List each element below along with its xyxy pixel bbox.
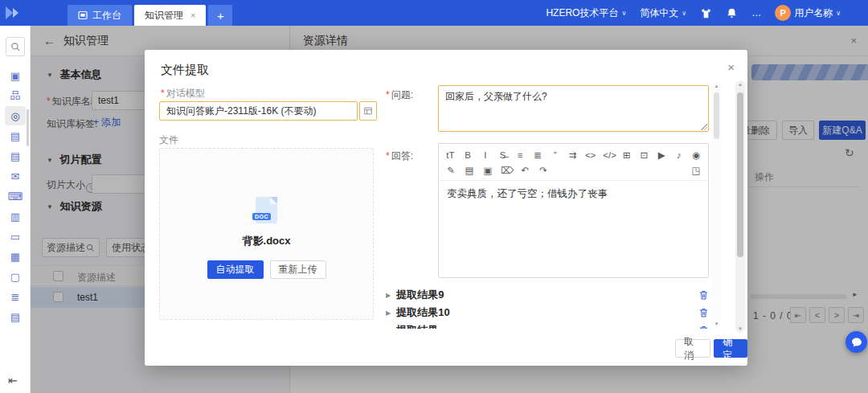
image-icon[interactable]: ⊡	[639, 149, 649, 161]
doc-file-icon: DOC	[256, 197, 277, 223]
lov-lookup-button[interactable]	[359, 101, 377, 121]
user-menu[interactable]: P 用户名称 ∨	[775, 5, 841, 21]
mail-icon[interactable]: ✉	[5, 166, 26, 186]
clipped-icon[interactable]: ▤	[5, 307, 26, 326]
quote-icon[interactable]: ”	[550, 150, 560, 160]
search-icon	[10, 42, 21, 52]
auto-extract-button[interactable]: 自动提取	[207, 260, 264, 279]
export-icon[interactable]: ▤	[464, 165, 475, 176]
audio-icon[interactable]: ♪	[674, 150, 685, 160]
confirm-button[interactable]: 确定	[714, 339, 747, 358]
extraction-result-row[interactable]: ▶ 提取结果9	[386, 286, 709, 304]
extraction-result-label: 提取结果10	[396, 305, 449, 320]
chevron-down-icon: ∨	[621, 10, 626, 17]
required-asterisk: *	[161, 88, 165, 99]
copy-windows-icon[interactable]: ▥	[5, 207, 26, 226]
file-extraction-modal: 文件提取 × *对话模型 知识问答账户-2311版-16K (不要动) 文件 D…	[145, 50, 747, 366]
assistant-float-button[interactable]	[845, 331, 867, 353]
file-name: 背影.docx	[160, 234, 373, 248]
table-icon[interactable]: ⊞	[621, 149, 632, 161]
platform-switcher[interactable]: HZERO技术平台 ∨	[546, 6, 626, 20]
preview-icon[interactable]: ◉	[691, 149, 702, 161]
close-icon[interactable]: ×	[727, 60, 735, 74]
italic-icon[interactable]: I	[480, 150, 490, 160]
bold-icon[interactable]: B	[463, 150, 473, 160]
sidebar-scrollbar[interactable]	[27, 109, 29, 146]
scroll-down-icon[interactable]: ▼	[712, 321, 721, 326]
video-icon[interactable]: ▶	[657, 149, 667, 161]
language-label: 简体中文	[640, 6, 678, 20]
image-settings-icon[interactable]: ▦	[5, 247, 26, 266]
tab-close-icon[interactable]: ×	[190, 10, 195, 20]
caret-right-icon: ▶	[386, 292, 391, 299]
scroll-up-icon[interactable]: ▲	[712, 84, 721, 88]
window-tabs: 工作台 知识管理 × +	[68, 5, 232, 26]
edit-icon[interactable]: ✎	[445, 165, 457, 176]
inline-code-icon[interactable]: <>	[585, 150, 596, 160]
tab-workbench[interactable]: 工作台	[68, 5, 132, 26]
new-tab-button[interactable]: +	[208, 5, 232, 26]
extraction-result-row[interactable]: ▶ 提取结果10	[386, 304, 709, 321]
unordered-list-icon[interactable]: ≡	[515, 150, 526, 160]
extraction-result-label: 提取结果	[396, 323, 438, 329]
window-alt-icon[interactable]: ▤	[5, 146, 26, 166]
delete-result-button[interactable]	[698, 289, 709, 301]
model-label: *对话模型	[161, 87, 205, 100]
notifications-button[interactable]	[726, 7, 738, 19]
modal-scrollbar[interactable]: ▲ ▼	[735, 80, 745, 333]
fullscreen-icon[interactable]: ◳	[690, 165, 702, 176]
required-asterisk: *	[386, 89, 390, 100]
code-block-icon[interactable]: </>	[603, 150, 614, 160]
delete-result-button[interactable]	[698, 307, 709, 318]
form-scrollbar[interactable]: ▲ ▼	[712, 82, 721, 328]
caret-right-icon: ▶	[386, 327, 391, 330]
bell-icon	[726, 7, 738, 19]
strikethrough-icon[interactable]: S̶	[497, 150, 508, 160]
lookup-list-icon	[363, 106, 373, 116]
user-center-icon[interactable]: ◎	[5, 106, 26, 125]
more-menu-button[interactable]: …	[751, 7, 761, 18]
extraction-result-label: 提取结果9	[396, 288, 444, 302]
model-input[interactable]: 知识问答账户-2311版-16K (不要动)	[159, 101, 358, 121]
form-list-icon[interactable]: ≣	[5, 287, 26, 306]
window-icon[interactable]: ▤	[5, 126, 26, 145]
tab-knowledge-management[interactable]: 知识管理 ×	[134, 5, 206, 26]
sidebar-search-button[interactable]	[6, 37, 25, 56]
doc-badge: DOC	[252, 213, 271, 220]
delete-result-button[interactable]	[698, 325, 709, 329]
chat-icon[interactable]: ▢	[5, 267, 26, 286]
indent-icon[interactable]: ⇉	[567, 149, 578, 161]
copy-icon[interactable]: ▣	[482, 165, 493, 176]
scroll-down-icon[interactable]: ▼	[735, 326, 745, 331]
scrollbar-thumb[interactable]	[714, 92, 719, 139]
application-window: 工作台 知识管理 × + HZERO技术平台 ∨ 简体中文 ∨ …	[0, 0, 868, 393]
username-label: 用户名称	[794, 6, 833, 20]
extraction-result-row[interactable]: ▶ 提取结果	[386, 321, 709, 329]
undo-icon[interactable]: ↶	[519, 165, 530, 176]
heading-icon[interactable]: tT	[445, 150, 456, 160]
keyboard-icon[interactable]: ⌨	[5, 186, 26, 206]
delete-icon[interactable]: ⌦	[501, 165, 512, 176]
language-switcher[interactable]: 简体中文 ∨	[640, 6, 686, 20]
modal-footer: 取消 确定	[145, 339, 747, 358]
trash-icon	[698, 325, 709, 329]
collapse-menu-icon[interactable]: ⇤	[8, 374, 18, 387]
folder-icon[interactable]: ▭	[5, 227, 26, 246]
resize-handle[interactable]	[700, 123, 707, 130]
answer-rich-editor[interactable]: tTBIS̶≡≣”⇉<></>⊞⊡▶♪◉ ✎▤▣⌦↶↷ ◳ 变卖典质，还了亏空；…	[438, 143, 709, 278]
theme-button[interactable]	[700, 7, 712, 19]
ordered-list-icon[interactable]: ≣	[533, 149, 543, 161]
question-textarea[interactable]: 回家后，父亲做了什么?	[438, 85, 709, 132]
caret-right-icon: ▶	[386, 309, 391, 317]
redo-icon[interactable]: ↷	[538, 165, 549, 176]
workbench-icon	[78, 10, 88, 20]
org-chart-icon[interactable]: 品	[5, 86, 26, 105]
scroll-up-icon[interactable]: ▲	[735, 82, 745, 87]
scrollbar-thumb[interactable]	[737, 92, 743, 257]
chat-bubble-icon	[850, 336, 863, 349]
reupload-button[interactable]: 重新上传	[270, 260, 326, 279]
answer-value[interactable]: 变卖典质，还了亏空；借钱办了丧事	[439, 180, 708, 207]
dashboard-icon[interactable]: ▣	[5, 66, 26, 85]
required-asterisk: *	[386, 150, 390, 162]
cancel-button[interactable]: 取消	[675, 339, 710, 358]
